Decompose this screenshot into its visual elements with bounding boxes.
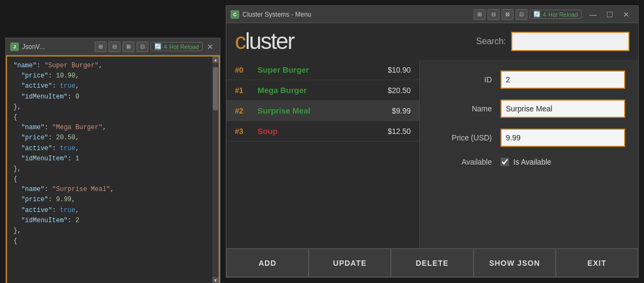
app-hot-reload-count: 4 xyxy=(543,11,546,18)
menu-item-name-0: Super Burger xyxy=(257,65,381,74)
app-toolbar-icon-4[interactable]: ⊡ xyxy=(516,9,527,20)
app-footer: ADD UPDATE DELETE SHOW JSON EXIT xyxy=(226,248,638,277)
delete-button[interactable]: DELETE xyxy=(391,249,473,277)
app-window-icon: C xyxy=(231,10,239,19)
search-label: Search: xyxy=(476,37,506,46)
app-content: cluster Search: #0 Super Burger $10.90 #… xyxy=(226,23,638,277)
minimize-button[interactable]: — xyxy=(585,8,601,21)
search-input[interactable] xyxy=(511,32,629,51)
json-scrollbar[interactable]: ▲ ▼ xyxy=(212,56,219,283)
toolbar-icon-2[interactable]: ⊟ xyxy=(109,41,120,52)
json-hot-reload-badge: 🔄 4 Hot Reload xyxy=(151,42,203,51)
detail-available-text: Is Available xyxy=(513,158,552,166)
menu-item-index-2: #2 xyxy=(235,107,251,115)
json-window-close-button[interactable]: ✕ xyxy=(205,43,216,51)
detail-row-available: Available Is Available xyxy=(433,158,625,166)
show-json-button[interactable]: SHOW JSON xyxy=(474,249,556,277)
app-hot-reload-icon: 🔄 xyxy=(533,11,541,18)
json-toolbar-icons: ⊞ ⊟ ⊠ ⊡ 🔄 4 Hot Reload ✕ xyxy=(95,41,216,52)
hot-reload-count: 4 xyxy=(164,44,167,50)
app-header: cluster Search: xyxy=(226,23,638,60)
detail-name-label: Name xyxy=(433,104,492,113)
logo-rest: luster xyxy=(245,29,294,54)
menu-item-price-0: $10.90 xyxy=(388,66,411,74)
toolbar-icon-3[interactable]: ⊠ xyxy=(123,41,134,52)
app-hot-reload-label: Hot Reload xyxy=(548,11,578,18)
detail-panel: ID Name Price (USD) Available Is Availab… xyxy=(420,60,638,248)
detail-row-price: Price (USD) xyxy=(433,129,625,147)
add-button[interactable]: ADD xyxy=(226,249,309,277)
maximize-button[interactable]: ☐ xyxy=(602,8,618,21)
toolbar-icon-1[interactable]: ⊞ xyxy=(95,41,106,52)
detail-available-checkbox[interactable] xyxy=(500,158,509,166)
menu-item-name-3: Soup xyxy=(257,126,381,136)
hot-reload-icon: 🔄 xyxy=(154,43,162,50)
app-window: C Cluster Systems - Menu ⊞ ⊟ ⊠ ⊡ 🔄 4 Hot… xyxy=(226,5,639,278)
menu-item-0[interactable]: #0 Super Burger $10.90 xyxy=(226,60,419,80)
app-titlebar: C Cluster Systems - Menu ⊞ ⊟ ⊠ ⊡ 🔄 4 Hot… xyxy=(226,6,638,23)
menu-item-3[interactable]: #3 Soup $12.50 xyxy=(226,121,419,142)
json-titlebar: J JsonV... ⊞ ⊟ ⊠ ⊡ 🔄 4 Hot Reload ✕ xyxy=(6,38,220,55)
logo-accent-letter: c xyxy=(235,29,245,54)
json-content-area: "name": "Super Burger", "price": 10.90, … xyxy=(6,55,220,283)
menu-item-name-1: Mega Burger xyxy=(257,86,381,95)
scroll-up-arrow[interactable]: ▲ xyxy=(212,56,219,63)
close-button[interactable]: ✕ xyxy=(619,8,634,21)
app-window-title: Cluster Systems - Menu xyxy=(242,11,470,18)
json-window-title: JsonV... xyxy=(22,43,91,51)
menu-item-2[interactable]: #2 Surprise Meal $9.99 xyxy=(226,101,419,121)
detail-row-name: Name xyxy=(433,100,625,118)
detail-name-input[interactable] xyxy=(500,100,625,118)
toolbar-icon-4[interactable]: ⊡ xyxy=(137,41,148,52)
detail-price-label: Price (USD) xyxy=(433,133,492,142)
app-body: #0 Super Burger $10.90 #1 Mega Burger $2… xyxy=(226,60,638,248)
json-window-icon: J xyxy=(10,43,19,51)
menu-item-1[interactable]: #1 Mega Burger $20.50 xyxy=(226,80,419,101)
detail-available-label: Available xyxy=(433,158,492,166)
menu-list: #0 Super Burger $10.90 #1 Mega Burger $2… xyxy=(226,60,420,248)
app-hot-reload-badge: 🔄 4 Hot Reload xyxy=(529,10,582,19)
search-area: Search: xyxy=(476,32,629,51)
menu-item-index-3: #3 xyxy=(235,127,251,136)
app-toolbar-icon-2[interactable]: ⊟ xyxy=(488,9,499,20)
detail-price-input[interactable] xyxy=(500,129,625,147)
scroll-down-arrow[interactable]: ▼ xyxy=(212,277,219,283)
app-toolbar-icon-1[interactable]: ⊞ xyxy=(474,9,485,20)
menu-item-price-3: $12.50 xyxy=(388,127,411,136)
menu-item-name-2: Surprise Meal xyxy=(257,106,385,115)
menu-item-index-1: #1 xyxy=(235,86,251,95)
detail-id-input[interactable] xyxy=(500,70,625,89)
detail-row-id: ID xyxy=(433,70,625,89)
json-text-content: "name": "Super Burger", "price": 10.90, … xyxy=(7,56,212,283)
update-button[interactable]: UPDATE xyxy=(309,249,391,277)
window-controls: — ☐ ✕ xyxy=(585,8,634,21)
json-viewer-window: J JsonV... ⊞ ⊟ ⊠ ⊡ 🔄 4 Hot Reload ✕ "nam… xyxy=(5,38,220,283)
app-logo: cluster xyxy=(235,29,294,54)
scroll-thumb[interactable] xyxy=(213,67,218,110)
hot-reload-label: Hot Reload xyxy=(169,44,199,50)
menu-item-price-1: $20.50 xyxy=(388,86,411,95)
exit-button[interactable]: EXIT xyxy=(556,249,638,277)
detail-id-label: ID xyxy=(433,75,492,84)
app-toolbar-icons: ⊞ ⊟ ⊠ ⊡ 🔄 4 Hot Reload xyxy=(474,9,582,20)
detail-checkbox-area: Is Available xyxy=(500,158,552,166)
app-toolbar-icon-3[interactable]: ⊠ xyxy=(502,9,513,20)
menu-item-index-0: #0 xyxy=(235,66,251,74)
menu-item-price-2: $9.99 xyxy=(392,107,411,115)
